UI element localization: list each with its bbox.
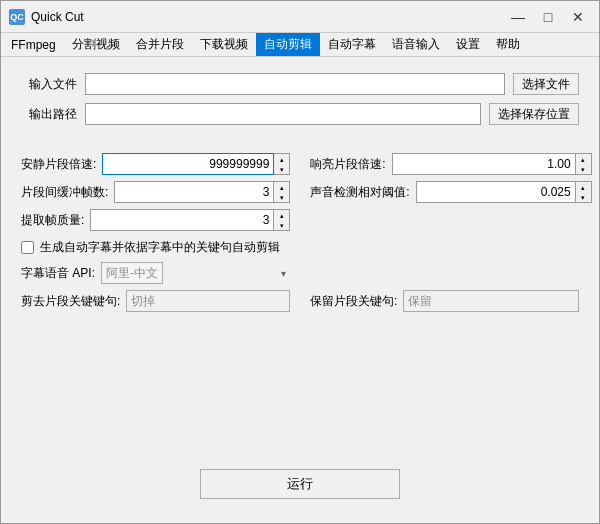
extract-quality-spinner: ▴ ▾ bbox=[90, 209, 290, 231]
content-area: 输入文件 选择文件 输出路径 选择保存位置 安静片段倍速: ▴ ▾ bbox=[1, 57, 599, 523]
loud-speed-up[interactable]: ▴ bbox=[576, 154, 591, 164]
menu-item-auto-cut[interactable]: 自动剪辑 bbox=[256, 33, 320, 56]
menu-bar: FFmpeg 分割视频 合并片段 下载视频 自动剪辑 自动字幕 语音输入 设置 … bbox=[1, 33, 599, 57]
app-window: QC Quick Cut — □ ✕ FFmpeg 分割视频 合并片段 下载视频… bbox=[0, 0, 600, 524]
title-bar: QC Quick Cut — □ ✕ bbox=[1, 1, 599, 33]
buffer-frames-row: 片段间缓冲帧数: ▴ ▾ bbox=[21, 181, 290, 203]
sound-threshold-row: 声音检测相对阈值: ▴ ▾ bbox=[310, 181, 591, 203]
loud-speed-row: 响亮片段倍速: ▴ ▾ bbox=[310, 153, 591, 175]
loud-speed-arrows: ▴ ▾ bbox=[576, 153, 592, 175]
window-title: Quick Cut bbox=[31, 10, 505, 24]
cut-keyword-label: 剪去片段关键键句: bbox=[21, 293, 120, 310]
api-keyword-area: 字幕语音 API: 阿里-中文 剪去片段关键键句: 保留片段关键句: bbox=[21, 262, 579, 312]
api-label: 字幕语音 API: bbox=[21, 265, 95, 282]
window-controls: — □ ✕ bbox=[505, 7, 591, 27]
app-icon: QC bbox=[9, 9, 25, 25]
extract-quality-arrows: ▴ ▾ bbox=[274, 209, 290, 231]
keep-keyword-field: 保留片段关键句: bbox=[310, 290, 579, 312]
sound-threshold-up[interactable]: ▴ bbox=[576, 182, 591, 192]
menu-item-download[interactable]: 下载视频 bbox=[192, 33, 256, 56]
buffer-frames-input[interactable] bbox=[114, 181, 274, 203]
sound-threshold-spinner: ▴ ▾ bbox=[416, 181, 592, 203]
keep-keyword-input[interactable] bbox=[403, 290, 579, 312]
extract-quality-input[interactable] bbox=[90, 209, 274, 231]
loud-speed-down[interactable]: ▾ bbox=[576, 164, 591, 174]
sound-threshold-down[interactable]: ▾ bbox=[576, 192, 591, 202]
buffer-frames-arrows: ▴ ▾ bbox=[274, 181, 290, 203]
loud-speed-label: 响亮片段倍速: bbox=[310, 156, 385, 173]
menu-item-ffmpeg[interactable]: FFmpeg bbox=[3, 33, 64, 56]
silent-speed-label: 安静片段倍速: bbox=[21, 156, 96, 173]
close-button[interactable]: ✕ bbox=[565, 7, 591, 27]
sound-threshold-arrows: ▴ ▾ bbox=[576, 181, 592, 203]
output-path-field[interactable] bbox=[85, 103, 481, 125]
buffer-frames-spinner: ▴ ▾ bbox=[114, 181, 290, 203]
cut-keyword-input[interactable] bbox=[126, 290, 290, 312]
silent-speed-row: 安静片段倍速: ▴ ▾ bbox=[21, 153, 290, 175]
buffer-frames-up[interactable]: ▴ bbox=[274, 182, 289, 192]
input-file-label: 输入文件 bbox=[21, 76, 77, 93]
extract-quality-up[interactable]: ▴ bbox=[274, 210, 289, 220]
sound-threshold-label: 声音检测相对阈值: bbox=[310, 184, 409, 201]
api-select-wrapper: 阿里-中文 bbox=[101, 262, 290, 284]
auto-subtitle-checkbox-row: 生成自动字幕并依据字幕中的关键句自动剪辑 bbox=[21, 239, 592, 256]
minimize-button[interactable]: — bbox=[505, 7, 531, 27]
select-save-button[interactable]: 选择保存位置 bbox=[489, 103, 579, 125]
menu-item-auto-subtitle[interactable]: 自动字幕 bbox=[320, 33, 384, 56]
auto-subtitle-checkbox[interactable] bbox=[21, 241, 34, 254]
silent-speed-arrows: ▴ ▾ bbox=[274, 153, 290, 175]
settings-grid: 安静片段倍速: ▴ ▾ 响亮片段倍速: ▴ ▾ bbox=[21, 153, 579, 256]
silent-speed-down[interactable]: ▾ bbox=[274, 164, 289, 174]
silent-speed-input[interactable] bbox=[102, 153, 274, 175]
extract-quality-label: 提取帧质量: bbox=[21, 212, 84, 229]
loud-speed-input[interactable] bbox=[392, 153, 576, 175]
buffer-frames-down[interactable]: ▾ bbox=[274, 192, 289, 202]
output-path-row: 输出路径 选择保存位置 bbox=[21, 103, 579, 125]
extract-quality-down[interactable]: ▾ bbox=[274, 220, 289, 230]
keep-keyword-label: 保留片段关键句: bbox=[310, 293, 397, 310]
auto-subtitle-checkbox-label: 生成自动字幕并依据字幕中的关键句自动剪辑 bbox=[40, 239, 280, 256]
sound-threshold-input[interactable] bbox=[416, 181, 576, 203]
input-file-field[interactable] bbox=[85, 73, 505, 95]
cut-keyword-field: 剪去片段关键键句: bbox=[21, 290, 290, 312]
menu-item-settings[interactable]: 设置 bbox=[448, 33, 488, 56]
menu-item-split[interactable]: 分割视频 bbox=[64, 33, 128, 56]
menu-item-merge[interactable]: 合并片段 bbox=[128, 33, 192, 56]
api-select[interactable]: 阿里-中文 bbox=[101, 262, 163, 284]
select-file-button[interactable]: 选择文件 bbox=[513, 73, 579, 95]
maximize-button[interactable]: □ bbox=[535, 7, 561, 27]
output-path-label: 输出路径 bbox=[21, 106, 77, 123]
loud-speed-spinner: ▴ ▾ bbox=[392, 153, 592, 175]
silent-speed-spinner: ▴ ▾ bbox=[102, 153, 290, 175]
api-field: 字幕语音 API: 阿里-中文 bbox=[21, 262, 290, 284]
run-area: 运行 bbox=[21, 453, 579, 507]
silent-speed-up[interactable]: ▴ bbox=[274, 154, 289, 164]
run-button[interactable]: 运行 bbox=[200, 469, 400, 499]
buffer-frames-label: 片段间缓冲帧数: bbox=[21, 184, 108, 201]
api-right-empty bbox=[310, 262, 579, 284]
menu-item-help[interactable]: 帮助 bbox=[488, 33, 528, 56]
menu-item-voice-input[interactable]: 语音输入 bbox=[384, 33, 448, 56]
extract-quality-row: 提取帧质量: ▴ ▾ bbox=[21, 209, 290, 231]
input-file-row: 输入文件 选择文件 bbox=[21, 73, 579, 95]
